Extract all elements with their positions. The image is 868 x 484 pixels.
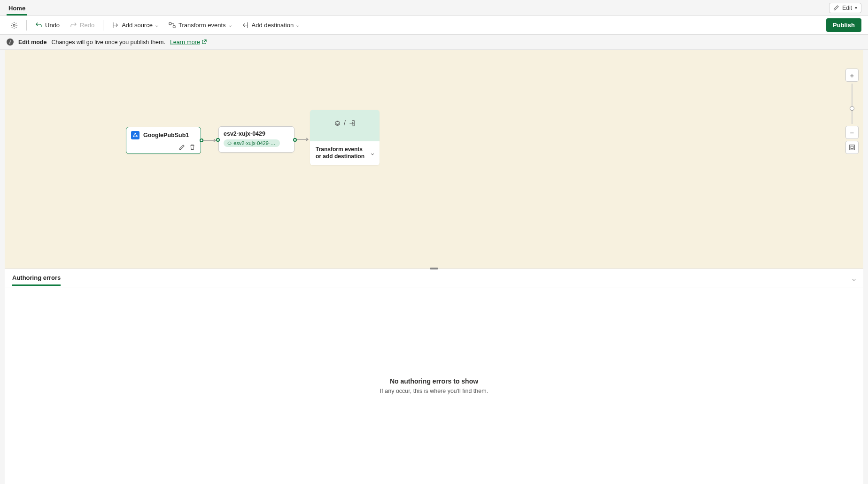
transform-events-label: Transform events [178,22,226,29]
destination-icon [349,120,356,127]
google-pubsub-icon [131,131,140,139]
pencil-icon [179,144,185,150]
node-stream-title: esv2-xujx-0429 [224,131,289,137]
add-destination-button[interactable]: Add destination ⌵ [238,19,303,31]
chevron-down-icon: ⌵ [296,23,299,28]
svg-rect-8 [851,146,853,148]
transform-icon [169,22,176,29]
undo-label: Undo [45,22,60,29]
node-add-next[interactable]: / Transform events or add destination ⌵ [310,110,380,165]
panel-body: No authoring errors to show If any occur… [5,287,863,484]
input-port[interactable] [216,138,220,142]
node-add-next-label: Transform events or add destination [316,146,366,161]
add-destination-label: Add destination [252,22,294,29]
delete-node-button[interactable] [188,143,196,151]
zoom-slider[interactable] [852,84,852,124]
chevron-down-icon: ⌵ [229,23,232,28]
info-icon: i [7,38,14,46]
chevron-down-icon[interactable]: ⌵ [371,151,374,156]
empty-state-subtitle: If any occur, this is where you'll find … [380,388,488,394]
info-bar: i Edit mode Changes will go live once yo… [0,35,868,50]
add-source-icon [112,22,119,29]
settings-button[interactable] [7,19,22,31]
transform-events-button[interactable]: Transform events ⌵ [165,19,235,31]
empty-state-title: No authoring errors to show [390,377,478,385]
svg-rect-2 [173,25,175,28]
toolbar: Undo Redo Add source ⌵ Transform events … [0,16,868,35]
slash-separator: / [344,119,346,127]
edit-dropdown[interactable]: Edit ▾ [829,3,861,13]
edit-dropdown-label: Edit [842,5,852,11]
undo-button[interactable]: Undo [31,19,63,31]
output-port[interactable] [293,138,297,142]
top-tab-bar: Home Edit ▾ [0,0,868,16]
stream-pill-label: esv2-xujx-0429-str... [233,140,276,146]
node-stream[interactable]: esv2-xujx-0429 esv2-xujx-0429-str... [218,126,294,153]
svg-rect-7 [850,145,855,150]
node-source-title: GooglePubSub1 [143,132,189,138]
add-source-button[interactable]: Add source ⌵ [108,19,162,31]
svg-point-0 [13,24,15,26]
zoom-out-button[interactable]: − [845,126,859,139]
output-port[interactable] [200,138,203,142]
fit-to-screen-button[interactable] [845,141,859,154]
redo-icon [70,22,77,29]
redo-label: Redo [80,22,94,29]
publish-button[interactable]: Publish [826,18,861,32]
bottom-panel: Authoring errors ⌵ No authoring errors t… [5,269,863,484]
stream-icon [227,141,232,146]
redo-button: Redo [66,19,98,31]
chevron-down-icon: ▾ [855,5,857,10]
tab-authoring-errors[interactable]: Authoring errors [12,270,61,286]
fit-icon [849,144,855,151]
trash-icon [189,144,195,150]
zoom-in-button[interactable]: + [845,69,859,82]
edit-mode-label: Edit mode [18,39,46,46]
node-source[interactable]: GooglePubSub1 [126,127,201,154]
divider [103,20,103,31]
edit-node-button[interactable] [178,143,186,151]
add-source-label: Add source [122,22,153,29]
tab-home[interactable]: Home [7,2,27,15]
zoom-controls: + − [845,69,859,154]
chevron-down-icon: ⌵ [155,23,158,28]
zoom-thumb[interactable] [850,106,854,111]
learn-more-link[interactable]: Learn more [170,39,207,46]
gear-icon [10,22,18,29]
stream-pill[interactable]: esv2-xujx-0429-str... [224,139,280,147]
edit-mode-message: Changes will go live once you publish th… [51,39,165,46]
transform-icon [334,120,341,127]
pencil-icon [833,5,839,11]
svg-rect-1 [169,23,171,25]
add-destination-icon [242,22,249,29]
divider [26,20,27,31]
collapse-panel-button[interactable]: ⌵ [852,275,856,282]
external-link-icon [202,39,207,45]
undo-icon [35,22,42,29]
